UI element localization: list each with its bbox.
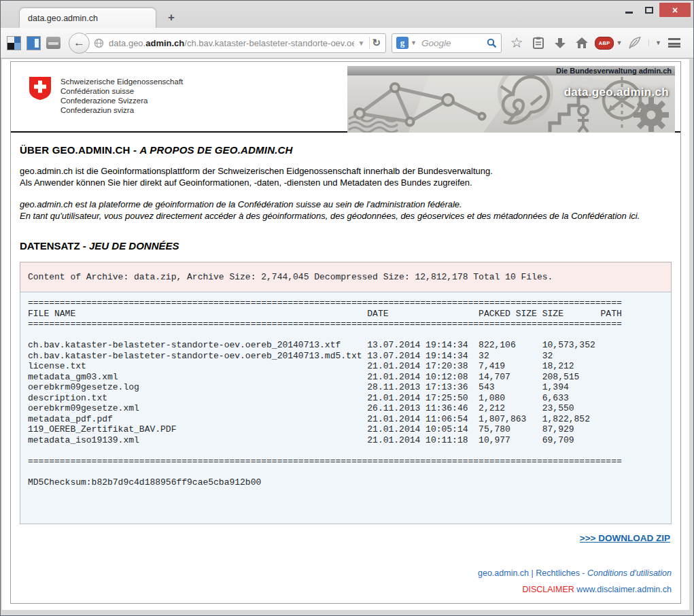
home-button[interactable]	[571, 33, 593, 53]
panel-shape	[35, 39, 39, 48]
page-footer: geo.admin.ch | Rechtliches - Conditions …	[20, 568, 672, 603]
reload-button[interactable]: ↻	[369, 37, 381, 49]
federal-header: Schweizerische Eidgenossenschaft Confédé…	[11, 62, 680, 133]
disclaimer-label: DISCLAIMER	[522, 585, 574, 594]
page-content-box: Schweizerische Eidgenossenschaft Confédé…	[10, 61, 681, 604]
url-path: /ch.bav.kataster-belasteter-standorte-oe…	[184, 38, 353, 48]
close-icon: ×	[672, 5, 678, 16]
about-de-line1: geo.admin.ch ist die Geoinformationsplat…	[20, 166, 493, 176]
banner-collage: data.geo.admin.ch	[347, 75, 675, 133]
dataset-heading-de: DATENSATZ	[20, 240, 80, 252]
globe-icon	[94, 38, 104, 48]
footer-separator-1: |	[529, 568, 536, 578]
site-title: data.geo.admin.ch	[564, 86, 669, 99]
file-listing: ========================================…	[28, 298, 663, 519]
dataset-heading-fr: JEU DE DONNÉES	[89, 240, 179, 252]
adblock-icon: ABP	[595, 37, 614, 50]
adblock-caret-icon: ▼	[616, 39, 622, 46]
about-fr-line2: En tant qu'utilisateur, vous pouvez dire…	[20, 211, 640, 221]
addon-screenshot-icon[interactable]	[7, 36, 21, 50]
brand-line-it: Confederazione Svizzera	[60, 96, 183, 105]
back-icon: ←	[73, 36, 85, 50]
overflow-caret-icon: ▼	[655, 39, 661, 46]
confederation-names: Schweizerische Eidgenossenschaft Confédé…	[60, 76, 183, 115]
bookmark-star-button[interactable]: ☆	[506, 33, 527, 53]
page-viewport: Schweizerische Eidgenossenschaft Confédé…	[2, 59, 689, 610]
search-input[interactable]	[420, 37, 487, 49]
url-bar[interactable]: data.geo.admin.ch/ch.bav.kataster-belast…	[85, 33, 386, 53]
quad-tl	[7, 37, 14, 44]
main-content: ÜBER GEO.ADMIN.CH - A PROPOS DE GEO.ADMI…	[11, 144, 680, 603]
search-engine-caret-icon[interactable]: ▼	[409, 39, 420, 46]
about-paragraph-de: geo.admin.ch ist die Geoinformationsplat…	[20, 165, 672, 188]
quad-tr	[14, 37, 21, 44]
addon-feather-button[interactable]	[624, 33, 646, 53]
admin-bar[interactable]: Die Bundesverwaltung admin.ch	[347, 66, 675, 75]
overflow-button[interactable]: ▼	[648, 39, 661, 46]
maximize-icon	[645, 7, 653, 14]
hamburger-menu-icon	[668, 38, 680, 48]
minimize-button[interactable]	[619, 3, 639, 17]
dataset-heading: DATENSATZ - JEU DE DONNÉES	[20, 240, 672, 252]
download-row: >>> DOWNLOAD ZIP	[20, 532, 672, 544]
footer-separator-2: -	[580, 568, 587, 578]
url-text: data.geo.admin.ch/ch.bav.kataster-belast…	[109, 38, 354, 48]
footer-links-line: geo.admin.ch | Rechtliches - Conditions …	[20, 568, 672, 578]
about-fr-line1: geo.admin.ch est la plateforme de géoinf…	[20, 199, 462, 209]
footer-disclaimer-line: DISCLAIMER www.disclaimer.admin.ch	[20, 585, 672, 594]
maximize-button[interactable]	[639, 3, 659, 17]
tab-title: data.geo.admin.ch	[28, 14, 98, 23]
addon-archive-icon[interactable]	[46, 37, 60, 49]
url-dropdown-icon[interactable]: ▼	[354, 39, 369, 47]
quad-br	[14, 43, 21, 50]
new-tab-button[interactable]: +	[162, 10, 180, 25]
bookmarks-menu-button[interactable]	[527, 33, 549, 53]
browser-window: data.geo.admin.ch + × ← data.geo.admin.c…	[0, 0, 694, 616]
quad-bl	[7, 43, 14, 50]
clipboard-icon	[533, 37, 544, 49]
brand-line-fr: Confédération suisse	[60, 86, 183, 96]
download-zip-link[interactable]: >>> DOWNLOAD ZIP	[580, 533, 670, 543]
about-heading-fr: A PROPOS DE GEO.ADMIN.CH	[140, 144, 293, 156]
downloads-button[interactable]	[549, 33, 571, 53]
star-icon: ☆	[510, 35, 523, 50]
browser-tab[interactable]: data.geo.admin.ch	[19, 7, 156, 28]
menu-button[interactable]	[661, 33, 687, 53]
home-icon	[576, 37, 588, 48]
archive-summary: Content of Archive: data.zip, Archive Si…	[20, 262, 672, 292]
disclaimer-link[interactable]: www.disclaimer.admin.ch	[576, 585, 672, 594]
archive-slot	[48, 42, 58, 45]
about-heading-separator: -	[131, 144, 140, 156]
toolbar-buttons: ☆ ABP ▼	[506, 33, 687, 53]
footer-link-conditions[interactable]: Conditions d'utilisation	[587, 568, 672, 578]
swiss-coat-of-arms-icon	[29, 76, 52, 101]
feather-icon	[627, 37, 642, 50]
url-subdomain: data.geo.	[109, 38, 145, 48]
brand-line-de: Schweizerische Eidgenossenschaft	[60, 77, 183, 86]
about-de-line2: Als Anwender können Sie hier direkt auf …	[20, 177, 472, 188]
footer-link-geoadmin[interactable]: geo.admin.ch	[478, 568, 529, 578]
navigation-toolbar: ← data.geo.admin.ch/ch.bav.kataster-bela…	[1, 28, 693, 58]
download-arrow-icon	[555, 38, 566, 48]
header-banner: Die Bundesverwaltung admin.ch	[347, 66, 675, 133]
titlebar: data.geo.admin.ch + ×	[1, 1, 693, 28]
close-button[interactable]: ×	[659, 3, 691, 17]
banner-collage-graphic	[347, 75, 675, 133]
adblock-button[interactable]: ABP ▼	[593, 33, 624, 53]
footer-link-rechtliches[interactable]: Rechtliches	[536, 568, 580, 578]
about-heading-de: ÜBER GEO.ADMIN.CH	[20, 144, 131, 156]
about-paragraph-fr: geo.admin.ch est la plateforme de géoinf…	[20, 199, 672, 222]
search-engine-icon[interactable]: g	[396, 37, 409, 49]
file-listing-box: ========================================…	[20, 292, 672, 524]
search-box[interactable]: g ▼	[392, 33, 502, 53]
brand-line-rm: Confederaziun svizra	[60, 105, 183, 115]
url-domain: admin.ch	[145, 38, 184, 48]
search-icon[interactable]	[487, 38, 497, 48]
addon-sidebar-icon[interactable]	[27, 36, 41, 50]
minimize-icon	[625, 12, 633, 14]
back-button[interactable]: ←	[69, 33, 90, 54]
about-heading: ÜBER GEO.ADMIN.CH - A PROPOS DE GEO.ADMI…	[20, 144, 672, 156]
window-controls: ×	[619, 3, 691, 17]
dataset-heading-separator: -	[80, 240, 89, 252]
